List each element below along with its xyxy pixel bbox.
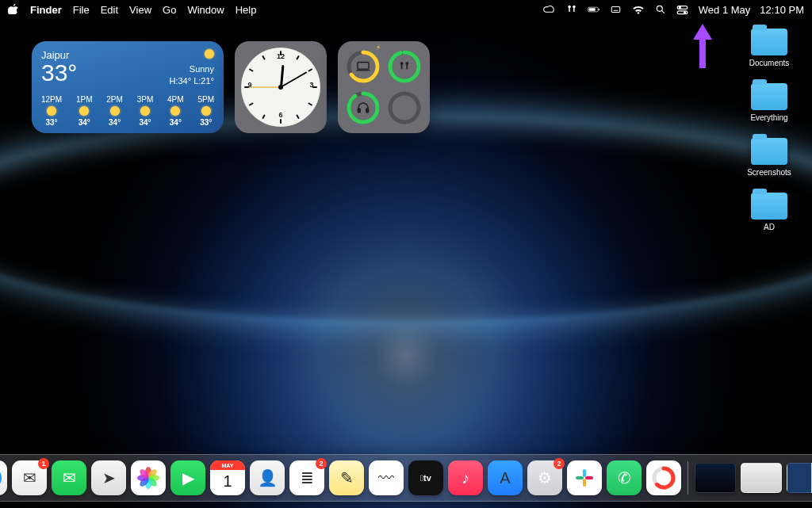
desktop: Finder File Edit View Go Window Help Wed…	[0, 0, 812, 508]
svg-point-8	[657, 6, 662, 11]
dock-minimized-window[interactable]	[695, 463, 736, 493]
svg-rect-7	[612, 7, 621, 13]
dock-app-activity[interactable]	[646, 460, 681, 495]
battery-widget[interactable]: ⚡︎	[338, 41, 430, 133]
svg-rect-21	[406, 64, 408, 69]
menubar-date[interactable]: Wed 1 May	[699, 4, 751, 16]
folder-icon	[751, 83, 787, 110]
svg-point-10	[680, 6, 681, 8]
airpods-status-icon[interactable]	[565, 3, 578, 16]
dock-app-tv[interactable]: tv	[408, 460, 443, 495]
svg-rect-40	[576, 476, 584, 479]
dock-app-facetime[interactable]: ▶	[170, 460, 205, 495]
spotlight-icon[interactable]	[654, 3, 667, 16]
dock-app-calendar[interactable]: MAY1	[210, 460, 245, 495]
weather-hour: 4PM34°	[167, 95, 184, 127]
dock-app-settings[interactable]: ⚙2	[527, 460, 562, 495]
svg-rect-25	[366, 109, 369, 113]
svg-rect-41	[583, 479, 586, 487]
control-center-icon[interactable]	[676, 3, 689, 16]
desktop-folder[interactable]: AD	[741, 193, 798, 231]
badge: 2	[553, 458, 565, 469]
menubar: Finder File Edit View Go Window Help Wed…	[0, 0, 812, 19]
dock-app-freeform[interactable]: 〰	[369, 460, 404, 495]
badge: 1	[38, 458, 49, 469]
apple-menu[interactable]	[8, 3, 19, 17]
desktop-folder[interactable]: Screenshots	[741, 138, 798, 177]
weather-temp: 33°	[41, 61, 77, 85]
charging-bolt-icon: ⚡︎	[376, 44, 381, 52]
dock-app-messages[interactable]: ✉	[52, 460, 86, 495]
desktop-folder[interactable]: Documents	[741, 29, 798, 67]
dock-minimized-window[interactable]	[741, 463, 782, 493]
dock-minimized-window[interactable]	[787, 463, 812, 493]
menu-app-name[interactable]: Finder	[30, 4, 62, 16]
svg-rect-24	[358, 109, 360, 113]
battery-ring-headphones	[347, 91, 380, 124]
clock-face: 36912	[241, 48, 320, 127]
battery-status-icon[interactable]	[588, 3, 600, 16]
folder-icon	[751, 193, 787, 220]
dock-app-music[interactable]: ♪	[448, 460, 483, 495]
sun-icon	[205, 49, 214, 59]
wifi-icon[interactable]	[632, 3, 645, 16]
dock-app-mail[interactable]: ✉︎1	[12, 460, 47, 495]
dock: ◐⊞✉︎1✉➤▶MAY1👤≣2✎〰tv♪A⚙2✆	[0, 454, 812, 502]
battery-ring-airpods	[388, 50, 421, 83]
folder-icon	[751, 138, 787, 165]
menu-view[interactable]: View	[129, 4, 151, 16]
weather-widget[interactable]: Jaipur 33° Sunny H:34° L:21° 12PM33°1PM3…	[32, 41, 224, 133]
dock-app-safari[interactable]	[0, 460, 7, 495]
menu-edit[interactable]: Edit	[101, 4, 118, 16]
dock-app-maps[interactable]: ➤	[91, 460, 126, 495]
menu-window[interactable]: Window	[187, 4, 224, 16]
weather-condition: Sunny	[169, 63, 214, 75]
desktop-folder[interactable]: Everything	[741, 83, 798, 122]
battery-ring-empty	[388, 91, 421, 124]
svg-point-26	[390, 94, 419, 122]
svg-rect-3	[573, 8, 575, 12]
weather-hour: 12PM33°	[41, 95, 62, 127]
dock-app-slack[interactable]	[567, 460, 602, 495]
annotation-arrow	[691, 22, 714, 70]
folder-icon	[751, 29, 787, 55]
weather-hour: 2PM34°	[106, 95, 123, 127]
svg-rect-6	[599, 9, 599, 10]
weather-hour: 1PM34°	[76, 95, 93, 127]
badge: 2	[316, 458, 327, 469]
weather-hour: 3PM34°	[137, 95, 154, 127]
clock-widget[interactable]: 36912	[235, 41, 327, 133]
svg-rect-15	[358, 63, 369, 70]
svg-rect-42	[585, 476, 593, 479]
dock-app-reminders[interactable]: ≣2	[289, 460, 324, 495]
dock-app-photos[interactable]	[131, 460, 166, 495]
creative-cloud-icon[interactable]	[543, 3, 556, 16]
dock-app-whatsapp[interactable]: ✆	[607, 460, 642, 495]
dock-app-notes[interactable]: ✎	[329, 460, 364, 495]
dock-app-contacts[interactable]: 👤	[250, 460, 285, 495]
svg-rect-1	[569, 8, 570, 12]
keyboard-input-icon[interactable]	[610, 3, 622, 16]
svg-rect-5	[589, 8, 596, 10]
svg-point-28	[0, 466, 2, 490]
svg-rect-39	[583, 469, 586, 477]
svg-rect-19	[401, 64, 403, 69]
weather-hour: 5PM33°	[197, 95, 214, 127]
menu-help[interactable]: Help	[236, 4, 257, 16]
menu-file[interactable]: File	[73, 4, 90, 16]
menubar-time[interactable]: 12:10 PM	[760, 4, 804, 16]
dock-app-app-store[interactable]: A	[488, 460, 523, 495]
battery-ring-laptop: ⚡︎	[347, 50, 380, 83]
svg-point-12	[684, 11, 686, 13]
menu-go[interactable]: Go	[163, 4, 176, 16]
